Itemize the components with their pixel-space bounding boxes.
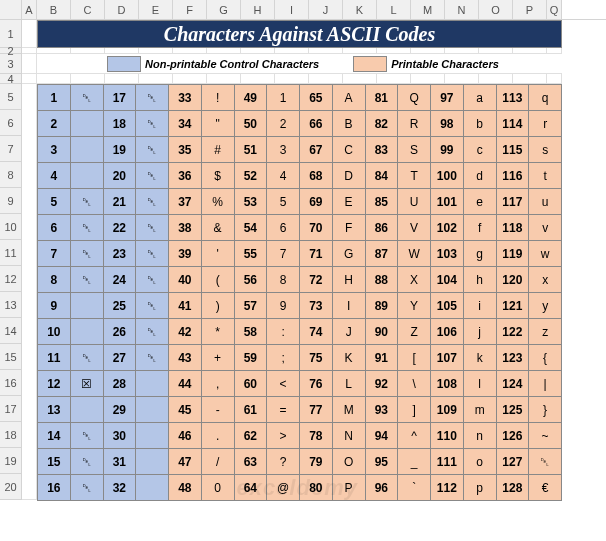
ascii-char-cell[interactable] [136,423,169,449]
ascii-char-cell[interactable]: ␡ [70,475,103,501]
ascii-code-cell[interactable]: 34 [169,111,202,137]
ascii-char-cell[interactable]: C [332,137,365,163]
ascii-char-cell[interactable]: u [529,189,562,215]
ascii-code-cell[interactable]: 28 [103,371,136,397]
ascii-char-cell[interactable]: ␡ [136,267,169,293]
ascii-char-cell[interactable]: = [267,397,300,423]
ascii-char-cell[interactable]: 6 [267,215,300,241]
row-header-6[interactable]: 6 [0,110,22,136]
ascii-code-cell[interactable]: 55 [234,241,267,267]
ascii-code-cell[interactable]: 22 [103,215,136,241]
row-header-15[interactable]: 15 [0,344,22,370]
ascii-code-cell[interactable]: 3 [38,137,71,163]
ascii-char-cell[interactable]: / [201,449,234,475]
column-header-H[interactable]: H [241,0,275,19]
ascii-code-cell[interactable]: 10 [38,319,71,345]
ascii-code-cell[interactable]: 74 [300,319,333,345]
ascii-char-cell[interactable]: E [332,189,365,215]
ascii-char-cell[interactable]: 8 [267,267,300,293]
ascii-code-cell[interactable]: 101 [431,189,464,215]
ascii-code-cell[interactable]: 43 [169,345,202,371]
ascii-char-cell[interactable]: ␡ [70,449,103,475]
ascii-char-cell[interactable]: z [529,319,562,345]
ascii-code-cell[interactable]: 117 [496,189,529,215]
ascii-code-cell[interactable]: 61 [234,397,267,423]
ascii-code-cell[interactable]: 12 [38,371,71,397]
ascii-char-cell[interactable]: { [529,345,562,371]
ascii-code-cell[interactable]: 119 [496,241,529,267]
ascii-char-cell[interactable]: I [332,293,365,319]
row-header-17[interactable]: 17 [0,396,22,422]
ascii-code-cell[interactable]: 23 [103,241,136,267]
ascii-code-cell[interactable]: 42 [169,319,202,345]
ascii-char-cell[interactable]: ␡ [136,189,169,215]
ascii-code-cell[interactable]: 63 [234,449,267,475]
ascii-code-cell[interactable]: 59 [234,345,267,371]
ascii-char-cell[interactable]: R [398,111,431,137]
ascii-char-cell[interactable]: w [529,241,562,267]
ascii-code-cell[interactable]: 57 [234,293,267,319]
column-header-G[interactable]: G [207,0,241,19]
row-header-18[interactable]: 18 [0,422,22,448]
ascii-code-cell[interactable]: 13 [38,397,71,423]
ascii-char-cell[interactable]: l [463,371,496,397]
ascii-code-cell[interactable]: 98 [431,111,464,137]
ascii-char-cell[interactable] [136,475,169,501]
ascii-code-cell[interactable]: 2 [38,111,71,137]
ascii-code-cell[interactable]: 26 [103,319,136,345]
ascii-code-cell[interactable]: 80 [300,475,333,501]
ascii-char-cell[interactable]: $ [201,163,234,189]
ascii-code-cell[interactable]: 52 [234,163,267,189]
ascii-code-cell[interactable]: 33 [169,85,202,111]
ascii-char-cell[interactable]: ! [201,85,234,111]
ascii-code-cell[interactable]: 62 [234,423,267,449]
ascii-code-cell[interactable]: 44 [169,371,202,397]
ascii-code-cell[interactable]: 8 [38,267,71,293]
ascii-char-cell[interactable]: . [201,423,234,449]
ascii-code-cell[interactable]: 106 [431,319,464,345]
ascii-code-cell[interactable]: 90 [365,319,398,345]
ascii-code-cell[interactable]: 111 [431,449,464,475]
ascii-char-cell[interactable]: d [463,163,496,189]
ascii-char-cell[interactable]: D [332,163,365,189]
ascii-char-cell[interactable]: ␡ [70,345,103,371]
ascii-code-cell[interactable]: 39 [169,241,202,267]
ascii-code-cell[interactable]: 49 [234,85,267,111]
ascii-char-cell[interactable]: a [463,85,496,111]
row-header-7[interactable]: 7 [0,136,22,162]
ascii-char-cell[interactable]: p [463,475,496,501]
ascii-char-cell[interactable]: 0 [201,475,234,501]
ascii-code-cell[interactable]: 25 [103,293,136,319]
ascii-char-cell[interactable]: T [398,163,431,189]
ascii-code-cell[interactable]: 37 [169,189,202,215]
ascii-char-cell[interactable]: F [332,215,365,241]
row-header-8[interactable]: 8 [0,162,22,188]
ascii-char-cell[interactable]: A [332,85,365,111]
ascii-code-cell[interactable]: 29 [103,397,136,423]
ascii-char-cell[interactable]: ␡ [70,215,103,241]
ascii-code-cell[interactable]: 103 [431,241,464,267]
ascii-char-cell[interactable]: ☒ [70,371,103,397]
ascii-code-cell[interactable]: 32 [103,475,136,501]
ascii-code-cell[interactable]: 125 [496,397,529,423]
ascii-char-cell[interactable] [136,397,169,423]
ascii-char-cell[interactable]: ] [398,397,431,423]
column-header-K[interactable]: K [343,0,377,19]
ascii-code-cell[interactable]: 9 [38,293,71,319]
ascii-char-cell[interactable]: * [201,319,234,345]
ascii-code-cell[interactable]: 124 [496,371,529,397]
ascii-char-cell[interactable]: c [463,137,496,163]
ascii-code-cell[interactable]: 17 [103,85,136,111]
ascii-code-cell[interactable]: 127 [496,449,529,475]
column-header-A[interactable]: A [22,0,37,19]
ascii-char-cell[interactable]: r [529,111,562,137]
ascii-char-cell[interactable]: J [332,319,365,345]
ascii-char-cell[interactable]: j [463,319,496,345]
ascii-code-cell[interactable]: 24 [103,267,136,293]
ascii-char-cell[interactable]: } [529,397,562,423]
ascii-char-cell[interactable]: _ [398,449,431,475]
ascii-code-cell[interactable]: 50 [234,111,267,137]
ascii-code-cell[interactable]: 89 [365,293,398,319]
ascii-char-cell[interactable]: N [332,423,365,449]
row-header-3[interactable]: 3 [0,54,22,74]
